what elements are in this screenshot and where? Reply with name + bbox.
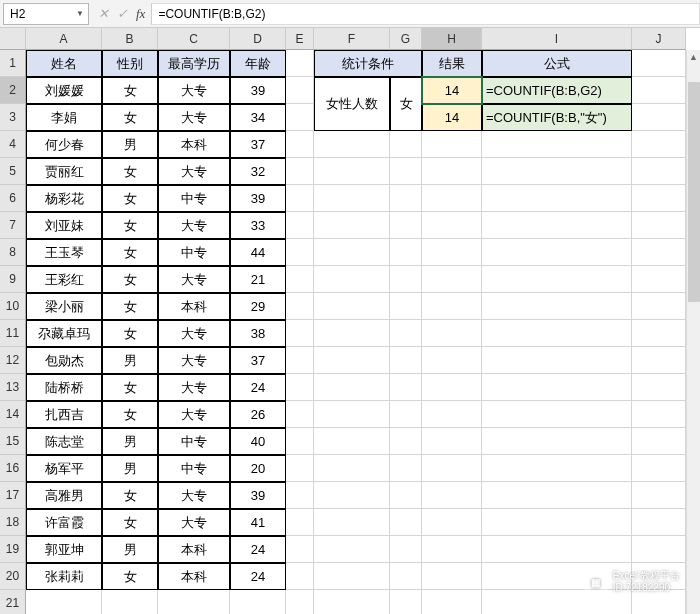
cell-H21[interactable] — [422, 590, 482, 614]
cell-D9[interactable]: 21 — [230, 266, 286, 293]
cell-E13[interactable] — [286, 374, 314, 401]
cell-B17[interactable]: 女 — [102, 482, 158, 509]
cell-C1[interactable]: 最高学历 — [158, 50, 230, 77]
cell-B19[interactable]: 男 — [102, 536, 158, 563]
cell-J6[interactable] — [632, 185, 686, 212]
cell-H13[interactable] — [422, 374, 482, 401]
cell-E11[interactable] — [286, 320, 314, 347]
cell-C15[interactable]: 中专 — [158, 428, 230, 455]
cell-E21[interactable] — [286, 590, 314, 614]
cell-C17[interactable]: 大专 — [158, 482, 230, 509]
cell-G20[interactable] — [390, 563, 422, 590]
cell-F11[interactable] — [314, 320, 390, 347]
cell-H3[interactable]: 14 — [422, 104, 482, 131]
cell-C12[interactable]: 大专 — [158, 347, 230, 374]
cell-H19[interactable] — [422, 536, 482, 563]
row-header-16[interactable]: 16 — [0, 455, 26, 482]
name-box[interactable]: H2 ▼ — [3, 3, 89, 25]
cell-A17[interactable]: 高雅男 — [26, 482, 102, 509]
cell-J5[interactable] — [632, 158, 686, 185]
cell-G13[interactable] — [390, 374, 422, 401]
chevron-down-icon[interactable]: ▼ — [76, 9, 84, 18]
cell-F10[interactable] — [314, 293, 390, 320]
cell-C16[interactable]: 中专 — [158, 455, 230, 482]
cell-J18[interactable] — [632, 509, 686, 536]
row-header-12[interactable]: 12 — [0, 347, 26, 374]
cell-D19[interactable]: 24 — [230, 536, 286, 563]
cell-G5[interactable] — [390, 158, 422, 185]
cell-E8[interactable] — [286, 239, 314, 266]
cell-G10[interactable] — [390, 293, 422, 320]
cell-H12[interactable] — [422, 347, 482, 374]
cell-J15[interactable] — [632, 428, 686, 455]
cell-D21[interactable] — [230, 590, 286, 614]
cell-J17[interactable] — [632, 482, 686, 509]
cell-A18[interactable]: 许富霞 — [26, 509, 102, 536]
cell-J7[interactable] — [632, 212, 686, 239]
cell-I14[interactable] — [482, 401, 632, 428]
cell-H15[interactable] — [422, 428, 482, 455]
cell-I15[interactable] — [482, 428, 632, 455]
cell-E18[interactable] — [286, 509, 314, 536]
cell-C8[interactable]: 中专 — [158, 239, 230, 266]
cell-I1[interactable]: 公式 — [482, 50, 632, 77]
cell-A5[interactable]: 贾丽红 — [26, 158, 102, 185]
cell-B1[interactable]: 性别 — [102, 50, 158, 77]
spreadsheet-grid[interactable]: ABCDEFGHIJ 12345678910111213141516171819… — [0, 28, 700, 614]
cell-E6[interactable] — [286, 185, 314, 212]
cell-J13[interactable] — [632, 374, 686, 401]
cell-C5[interactable]: 大专 — [158, 158, 230, 185]
cell-A21[interactable] — [26, 590, 102, 614]
cell-D8[interactable]: 44 — [230, 239, 286, 266]
cell-F7[interactable] — [314, 212, 390, 239]
cell-I4[interactable] — [482, 131, 632, 158]
cell-H14[interactable] — [422, 401, 482, 428]
cell-B13[interactable]: 女 — [102, 374, 158, 401]
cell-H2[interactable]: 14 — [422, 77, 482, 104]
cell-I2[interactable]: =COUNTIF(B:B,G2) — [482, 77, 632, 104]
cell-C18[interactable]: 大专 — [158, 509, 230, 536]
cell-D10[interactable]: 29 — [230, 293, 286, 320]
cell-D4[interactable]: 37 — [230, 131, 286, 158]
col-header-C[interactable]: C — [158, 28, 230, 50]
row-header-17[interactable]: 17 — [0, 482, 26, 509]
cell-H11[interactable] — [422, 320, 482, 347]
row-header-21[interactable]: 21 — [0, 590, 26, 614]
row-header-9[interactable]: 9 — [0, 266, 26, 293]
cell-A2[interactable]: 刘媛媛 — [26, 77, 102, 104]
cell-G6[interactable] — [390, 185, 422, 212]
cell-H5[interactable] — [422, 158, 482, 185]
cell-G14[interactable] — [390, 401, 422, 428]
cell-E9[interactable] — [286, 266, 314, 293]
cell-H9[interactable] — [422, 266, 482, 293]
row-header-11[interactable]: 11 — [0, 320, 26, 347]
cell-B9[interactable]: 女 — [102, 266, 158, 293]
cell-E19[interactable] — [286, 536, 314, 563]
formula-input[interactable]: =COUNTIF(B:B,G2) — [151, 3, 700, 25]
row-header-6[interactable]: 6 — [0, 185, 26, 212]
cell-G7[interactable] — [390, 212, 422, 239]
cell-C3[interactable]: 大专 — [158, 104, 230, 131]
row-header-1[interactable]: 1 — [0, 50, 26, 77]
cell-B18[interactable]: 女 — [102, 509, 158, 536]
cell-B21[interactable] — [102, 590, 158, 614]
cell-D3[interactable]: 34 — [230, 104, 286, 131]
row-header-20[interactable]: 20 — [0, 563, 26, 590]
cell-J14[interactable] — [632, 401, 686, 428]
cell-C7[interactable]: 大专 — [158, 212, 230, 239]
cell-J16[interactable] — [632, 455, 686, 482]
cell-J10[interactable] — [632, 293, 686, 320]
row-header-2[interactable]: 2 — [0, 77, 26, 104]
cell-B16[interactable]: 男 — [102, 455, 158, 482]
cell-E16[interactable] — [286, 455, 314, 482]
cell-H1[interactable]: 结果 — [422, 50, 482, 77]
cell-D6[interactable]: 39 — [230, 185, 286, 212]
cell-H20[interactable] — [422, 563, 482, 590]
cell-H16[interactable] — [422, 455, 482, 482]
cell-G2[interactable]: 女 — [390, 77, 422, 131]
cell-G21[interactable] — [390, 590, 422, 614]
col-header-A[interactable]: A — [26, 28, 102, 50]
cell-G9[interactable] — [390, 266, 422, 293]
cell-F19[interactable] — [314, 536, 390, 563]
cell-E3[interactable] — [286, 104, 314, 131]
